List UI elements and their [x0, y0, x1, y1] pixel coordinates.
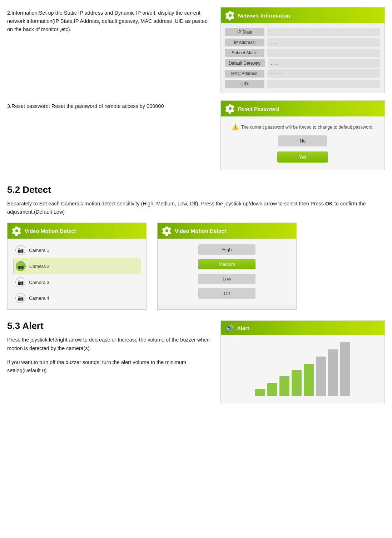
camera-label: Camera 3 — [29, 280, 49, 285]
camera-icon: 📷 — [15, 277, 25, 287]
speaker-icon: 🔊 — [225, 324, 234, 332]
alert-text1: Press the joystick left/right arrow to d… — [7, 336, 213, 352]
top-paragraph: 2.Information:Set up the Static IP addre… — [7, 10, 208, 32]
network-row: IP Address: . . . — [225, 38, 380, 47]
alert-text-area: 5.3 Alert Press the joystick left/right … — [7, 320, 213, 403]
detect-desc-bold: OK — [325, 201, 333, 206]
camera-list-title: Video Motion Detect — [25, 228, 76, 234]
sensitivity-option-high[interactable]: High — [198, 244, 255, 255]
reset-yes-button[interactable]: Yes — [277, 151, 328, 163]
alert-panel: 🔊 Alert — [220, 320, 385, 403]
warning-icon: ⚠️ — [232, 124, 239, 130]
alert-panel-header: 🔊 Alert — [221, 321, 384, 335]
sensitivity-option-off[interactable]: Off — [198, 288, 255, 299]
top-text: 2.Information:Set up the Static IP addre… — [7, 7, 213, 93]
camera-label: Camera 4 — [29, 295, 49, 301]
camera-label: Camera 2 — [29, 264, 50, 269]
network-row-label: MAC Address: — [225, 70, 264, 78]
sensitivity-body: HighMediumLowOff — [158, 239, 296, 304]
sensitivity-option-medium[interactable]: Medium — [198, 259, 255, 269]
detect-panels: Video Motion Detect 📷 Camera 1 📷 Camera … — [7, 223, 385, 310]
network-row: MAC Address: - - - - - — [225, 69, 380, 78]
network-row-value: . . . — [267, 38, 380, 47]
camera-item[interactable]: 📷 Camera 3 — [13, 274, 140, 290]
network-panel-title: Network Information — [238, 13, 290, 19]
reset-no-button[interactable]: No — [278, 135, 327, 146]
network-panel: Network Information IP State IP Address:… — [220, 7, 385, 93]
reset-warning-text: The current password will be forced to c… — [241, 125, 373, 130]
alert-text2: If you want to turn off the buzzer sound… — [7, 358, 213, 375]
alert-heading: 5.3 Alert — [7, 320, 213, 332]
network-row: Default Gateway: . . . — [225, 59, 380, 68]
section-top: 2.Information:Set up the Static IP addre… — [0, 0, 392, 97]
network-row-label: Default Gateway: — [225, 59, 265, 67]
page-container: 2.Information:Set up the Static IP addre… — [0, 0, 392, 407]
section-detect: 5.2 Detect Separately to Set each Camera… — [0, 177, 392, 313]
gear-icon — [225, 10, 235, 20]
camera-list-body: 📷 Camera 1 📷 Camera 2 📷 Camera 3 📷 Camer… — [8, 239, 146, 309]
alert-bar — [255, 389, 265, 396]
reset-text: 3.Reset password: Reset the password of … — [7, 100, 213, 170]
network-row: UID: — [225, 80, 380, 88]
camera-item[interactable]: 📷 Camera 1 — [13, 242, 140, 258]
network-row-label: IP State — [225, 28, 264, 36]
network-row-value: - - - - - — [267, 69, 380, 78]
detect-desc-part1: Separately to Set each Camera’s motion d… — [7, 201, 325, 206]
network-row-label: Subnet Mask: — [225, 49, 264, 57]
sensitivity-title: Video Motion Detect — [175, 228, 226, 234]
alert-bar — [316, 357, 326, 396]
sensitivity-panel: Video Motion Detect HighMediumLowOff — [157, 223, 297, 310]
reset-panel-header: Reset Password — [221, 101, 384, 116]
alert-bar — [292, 370, 302, 396]
network-row-value — [267, 28, 380, 36]
camera-item[interactable]: 📷 Camera 4 — [13, 290, 140, 306]
alert-bar — [328, 349, 338, 396]
reset-panel: Reset Password ⚠️ The current password w… — [220, 100, 385, 170]
alert-bar — [340, 342, 350, 396]
network-row: IP State — [225, 28, 380, 36]
alert-body — [221, 335, 384, 403]
camera-list-panel: Video Motion Detect 📷 Camera 1 📷 Camera … — [7, 223, 147, 310]
camera-label: Camera 1 — [29, 248, 49, 253]
camera-item[interactable]: 📷 Camera 2 — [13, 258, 140, 274]
alert-bar — [267, 383, 277, 396]
reset-panel-title: Reset Password — [238, 106, 279, 112]
alert-bar — [279, 376, 289, 396]
reset-body: ⚠️ The current password will be forced t… — [221, 116, 384, 170]
section-alert: 5.3 Alert Press the joystick left/right … — [0, 313, 392, 407]
sensitivity-gear-icon — [162, 226, 172, 236]
network-row-value — [267, 80, 380, 88]
detect-description: Separately to Set each Camera’s motion d… — [7, 200, 385, 216]
network-row-label: IP Address: — [225, 39, 264, 46]
section-reset: 3.Reset password: Reset the password of … — [0, 97, 392, 177]
network-row-value: . . . — [268, 59, 380, 68]
camera-list-header: Video Motion Detect — [8, 223, 146, 239]
camera-list-gear-icon — [12, 226, 22, 236]
alert-bar — [304, 364, 314, 396]
camera-icon: 📷 — [15, 245, 25, 255]
network-rows: IP State IP Address: . . . Subnet Mask: … — [221, 23, 384, 93]
camera-icon: 📷 — [16, 261, 26, 271]
network-row: Subnet Mask: . . — [225, 49, 380, 57]
reset-paragraph: 3.Reset password: Reset the password of … — [7, 103, 164, 109]
reset-warning: ⚠️ The current password will be forced t… — [232, 124, 373, 130]
sensitivity-option-low[interactable]: Low — [198, 274, 255, 284]
network-row-value: . . — [267, 49, 380, 57]
sensitivity-header: Video Motion Detect — [158, 223, 296, 239]
alert-panel-title: Alert — [237, 325, 249, 331]
detect-heading: 5.2 Detect — [7, 184, 385, 195]
network-row-label: UID: — [225, 80, 264, 88]
network-panel-header: Network Information — [221, 8, 384, 23]
camera-icon: 📷 — [15, 293, 25, 303]
reset-gear-icon — [225, 104, 235, 114]
